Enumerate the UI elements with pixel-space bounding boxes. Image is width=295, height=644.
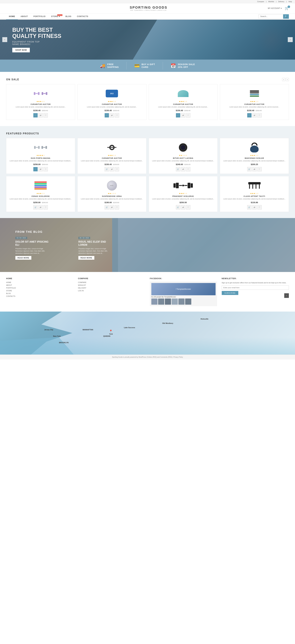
search-bar: 🔍 [258, 14, 289, 19]
compare-button[interactable]: ⇄ [181, 205, 185, 210]
my-account-button[interactable]: MY ACCOUNT ▾ [268, 7, 282, 9]
add-to-cart-button[interactable]: 🛒 [247, 167, 251, 171]
wishlist-link[interactable]: Wishlist [268, 0, 274, 2]
resistance-bands-image [250, 90, 259, 97]
add-to-cart-button[interactable]: 🛒 [105, 205, 109, 210]
nav-about[interactable]: ABOUT [18, 14, 31, 20]
read-more-button[interactable]: READ MORE [15, 256, 31, 260]
product-actions: 🛒 ⇄ ♡ [33, 167, 48, 171]
add-to-cart-button[interactable]: 🛒 [176, 113, 180, 118]
product-name: MAECENAS SCELER [245, 157, 264, 159]
nav-store[interactable]: STORE Sale ▾ [48, 14, 63, 20]
hero-content: BUY THE BEST QUALITY FITNESS EQUIPMENT F… [0, 21, 74, 58]
product-name: PRAESENT SCELERUE [172, 195, 194, 197]
product-stars: ★★★☆☆ [250, 100, 258, 102]
hero-next-button[interactable]: → [288, 37, 293, 42]
compare-button[interactable]: ⇄ [252, 205, 256, 210]
cart-button[interactable]: 🛒 1 [285, 6, 289, 10]
scroll-top-button[interactable]: ↑ [284, 293, 289, 298]
add-to-cart-button[interactable]: 🛒 [176, 167, 180, 171]
product-desc: Lorem ipsum dolor sit amet, consectetur … [223, 198, 285, 200]
map-section: Jersey City New York BROOKLYN MANHATTAN … [0, 312, 295, 354]
product-card: ★★★☆☆ CLASS APTENT TACITI Lorem ipsum do… [220, 176, 289, 212]
compare-button[interactable]: ⇄ [110, 205, 114, 210]
help-link[interactable]: Help [288, 0, 292, 2]
compare-button[interactable]: ⇄ [252, 113, 256, 118]
compare-button[interactable]: ⇄ [181, 113, 185, 118]
product-price: $250.50 [179, 201, 187, 204]
add-to-cart-button[interactable]: 🛒 [33, 205, 38, 210]
product-stars: ★★★☆☆ [37, 192, 45, 194]
dumbbell [34, 146, 40, 149]
add-to-cart-button[interactable]: 🛒 [176, 205, 180, 210]
wishlist-button[interactable]: ♡ [115, 113, 119, 118]
compare-button[interactable]: ⇄ [39, 167, 43, 171]
nav-contacts[interactable]: CONTACTS [74, 14, 91, 20]
product-price: $130.86 [251, 201, 258, 204]
wishlist-button[interactable]: ♡ [186, 113, 190, 118]
map-label-oldwestbury: Old Westbury [162, 322, 173, 324]
add-to-cart-button[interactable]: 🛒 [33, 167, 38, 171]
footer-link-portfolio[interactable]: PORTFOLIO [6, 287, 74, 289]
add-to-cart-button[interactable]: 🛒 [247, 205, 251, 210]
fb-thumb [185, 298, 191, 305]
db-center [182, 185, 184, 186]
map-york-label: York [109, 333, 113, 335]
wishlist-button[interactable]: ♡ [44, 167, 48, 171]
search-input[interactable] [258, 14, 283, 18]
wishlist-button[interactable]: ♡ [257, 113, 262, 118]
footer-link-store[interactable]: STORE [6, 290, 74, 292]
wishlist-button[interactable]: ♡ [115, 205, 119, 210]
footer-link-home[interactable]: HOME [6, 282, 74, 283]
nav-portfolio[interactable]: PORTFOLIO [31, 14, 48, 20]
hero-cyclist-image [256, 24, 287, 55]
newsletter-input[interactable] [222, 286, 289, 290]
compare-button[interactable]: ⇄ [110, 113, 114, 118]
band [250, 90, 259, 92]
band [35, 183, 47, 184]
add-to-cart-button[interactable]: 🛒 [33, 113, 38, 118]
footer-link-wishlist[interactable]: WISHLIST [78, 284, 145, 286]
wishlist-button[interactable]: ♡ [44, 113, 48, 118]
compare-button[interactable]: ⇄ [39, 113, 43, 118]
wishlist-button[interactable]: ♡ [257, 167, 262, 171]
hero-prev-button[interactable]: ← [2, 37, 7, 42]
search-button[interactable]: 🔍 [283, 14, 289, 19]
nav-home[interactable]: HOME [6, 14, 18, 20]
compare-button[interactable]: ⇄ [39, 205, 43, 210]
wishlist-button[interactable]: ♡ [186, 167, 190, 171]
compare-button[interactable]: ⇄ [181, 167, 185, 171]
nav-blog[interactable]: BLOG [63, 14, 74, 20]
wishlist-button[interactable]: ♡ [186, 205, 190, 210]
dumbbell [42, 146, 47, 149]
map-label-lakesuccess: Lake Success [124, 326, 135, 328]
on-sale-next[interactable]: › [286, 78, 289, 81]
delivery-link[interactable]: Delivery [278, 0, 284, 2]
wishlist-button[interactable]: ♡ [44, 205, 48, 210]
old-price: $358.40 [113, 110, 119, 112]
compare-link[interactable]: Compare [257, 0, 264, 2]
read-more-button[interactable]: READ MORE [78, 256, 94, 260]
add-to-cart-button[interactable]: 🛒 [105, 167, 109, 171]
on-sale-prev[interactable]: ‹ [282, 78, 285, 81]
footer-link-about[interactable]: ABOUT [6, 284, 74, 286]
wishlist-button[interactable]: ♡ [257, 205, 262, 210]
footer-link-contacts[interactable]: CONTACTS [6, 295, 74, 297]
shop-now-button[interactable]: SHOP NOW [12, 48, 30, 52]
map-label-hicksville: Hicksville [201, 318, 208, 320]
compare-button[interactable]: ⇄ [252, 167, 256, 171]
footer-link-blog[interactable]: BLOG [6, 292, 74, 294]
add-to-cart-button[interactable]: 🛒 [247, 113, 251, 118]
footer-link-login[interactable]: LOG IN [78, 290, 145, 292]
add-to-cart-button[interactable]: 🛒 [105, 113, 109, 118]
kb-body [250, 146, 258, 152]
compare-button[interactable]: ⇄ [110, 167, 114, 171]
footer-link-compare[interactable]: COMPARE [78, 282, 145, 283]
footer-facebook-col: FACEBOOK: f TemplateMonster 61,318 peopl… [150, 278, 217, 306]
wishlist-button[interactable]: ♡ [115, 167, 119, 171]
dumbbell-left [34, 92, 40, 95]
db-plate [176, 183, 179, 188]
footer-link-delivery[interactable]: DELIVERY [78, 287, 145, 289]
subscribe-button[interactable]: SUBSCRIBE [222, 291, 238, 295]
hero-title: BUY THE BEST QUALITY FITNESS [12, 27, 61, 39]
